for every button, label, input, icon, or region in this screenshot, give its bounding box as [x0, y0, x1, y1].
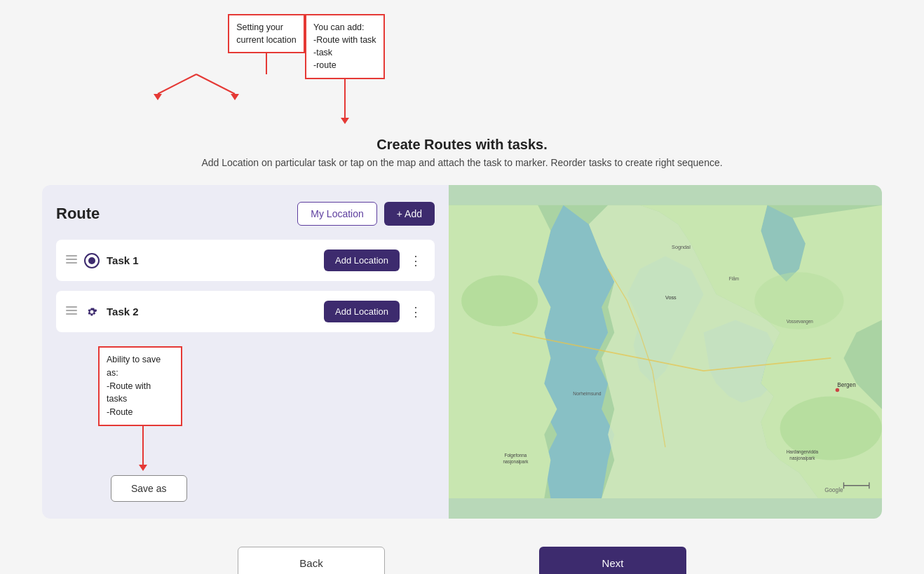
annotation-add-box: You can add: -Route with task -task -rou… — [305, 14, 385, 79]
svg-text:Vossevangen: Vossevangen — [787, 319, 814, 324]
left-panel: Route My Location + Add Task 1 Add Locat… — [42, 185, 449, 519]
annotation-add: You can add: -Route with task -task -rou… — [305, 14, 385, 124]
svg-point-11 — [461, 275, 538, 327]
page-info: Create Routes with tasks. Add Location o… — [201, 137, 722, 181]
task-item-2: Task 2 Add Location ⋮ — [56, 291, 435, 332]
next-button[interactable]: Next — [539, 547, 686, 574]
svg-text:nasjonalpark: nasjonalpark — [503, 459, 529, 465]
main-content: Route My Location + Add Task 1 Add Locat… — [42, 185, 882, 519]
save-annot-line3: tasks — [107, 394, 127, 404]
route-buttons: My Location + Add — [297, 202, 435, 226]
svg-marker-2 — [154, 94, 162, 100]
page-subtitle: Add Location on particular task or tap o… — [201, 157, 722, 168]
svg-text:nasjonalpark: nasjonalpark — [789, 456, 815, 461]
save-annot-line0: Ability to save — [107, 355, 161, 364]
svg-rect-8 — [66, 310, 77, 311]
map-svg: Bergen Voss Vossevangen Flåm Sogndal Nor… — [449, 185, 882, 519]
arrow-add — [341, 79, 349, 124]
annotation-add-line1: -Route with task — [313, 35, 376, 45]
save-annot-line1: as: — [107, 368, 118, 378]
save-arrowhead — [139, 465, 147, 471]
svg-rect-6 — [66, 262, 77, 264]
task-name-2: Task 2 — [107, 306, 317, 317]
svg-line-1 — [196, 74, 235, 94]
task-gear-icon-2 — [84, 304, 100, 320]
my-location-button[interactable]: My Location — [297, 202, 376, 226]
svg-text:Flåm: Flåm — [729, 276, 739, 281]
task-name-1: Task 1 — [107, 254, 317, 266]
save-annot-line4: -Route — [107, 407, 133, 417]
save-as-button[interactable]: Save as — [111, 475, 187, 502]
annotation-add-line2: -task — [313, 48, 332, 57]
annotation-add-line3: -route — [313, 60, 337, 70]
page-title: Create Routes with tasks. — [201, 137, 722, 153]
back-button[interactable]: Back — [238, 547, 385, 574]
svg-text:Google: Google — [824, 487, 843, 493]
annotation-location-text: Setting your — [236, 22, 283, 32]
route-header: Route My Location + Add — [56, 202, 435, 226]
add-location-button-1[interactable]: Add Location — [324, 250, 400, 271]
svg-rect-5 — [66, 259, 77, 260]
svg-text:Bergen: Bergen — [837, 382, 855, 388]
svg-line-0 — [158, 74, 196, 94]
annotation-add-line0: You can add: — [313, 22, 365, 32]
drag-icon-1 — [66, 254, 77, 268]
svg-text:Sogndal: Sogndal — [672, 244, 691, 250]
svg-text:Voss: Voss — [665, 294, 677, 301]
task-item-1: Task 1 Add Location ⋮ — [56, 240, 435, 281]
route-title: Route — [56, 205, 100, 223]
arrow-line — [266, 53, 267, 74]
save-annotation-box: Ability to save as: -Route with tasks -R… — [98, 346, 182, 426]
map-container[interactable]: Bergen Voss Vossevangen Flåm Sogndal Nor… — [449, 185, 882, 519]
drag-icon-2 — [66, 305, 77, 319]
save-arrow — [139, 426, 147, 471]
save-as-section: Ability to save as: -Route with tasks -R… — [56, 346, 435, 502]
svg-text:Norheimsund: Norheimsund — [573, 391, 602, 396]
task-circle-icon-1 — [84, 253, 100, 268]
arrow-line2 — [344, 79, 346, 118]
svg-text:Hardangervidda: Hardangervidda — [787, 449, 819, 455]
svg-rect-7 — [66, 306, 77, 308]
arrowhead — [341, 118, 349, 124]
add-location-button-2[interactable]: Add Location — [324, 301, 400, 322]
bottom-nav: Back Next — [42, 547, 882, 574]
svg-text:Folgefonna: Folgefonna — [505, 453, 527, 458]
circle-fill — [88, 257, 95, 264]
annotation-location-text2: current location — [236, 35, 296, 45]
save-annot-line2: -Route with — [107, 381, 151, 391]
add-button[interactable]: + Add — [384, 202, 435, 226]
save-arrow-line — [142, 426, 144, 465]
more-button-2[interactable]: ⋮ — [407, 306, 425, 318]
svg-point-15 — [836, 388, 839, 392]
annotation-location-box: Setting your current location — [228, 14, 304, 53]
svg-rect-9 — [66, 313, 77, 315]
more-button-1[interactable]: ⋮ — [407, 254, 425, 267]
svg-rect-4 — [66, 255, 77, 257]
svg-marker-3 — [231, 94, 239, 100]
